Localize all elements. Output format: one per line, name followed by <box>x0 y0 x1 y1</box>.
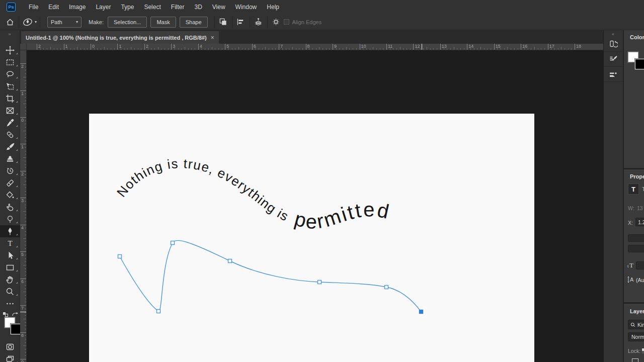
pen-tool-preset-icon[interactable] <box>22 17 33 28</box>
ruler-corner[interactable] <box>20 44 27 50</box>
menu-item-layer[interactable]: Layer <box>91 0 116 14</box>
menu-item-type[interactable]: Type <box>116 0 139 14</box>
chevron-down-icon[interactable]: ▾ <box>35 20 37 24</box>
ruler-tick <box>25 141 26 141</box>
path-anchor-selected[interactable] <box>420 310 423 314</box>
ruler-tick <box>323 48 323 50</box>
make-shape-button[interactable]: Shape <box>180 17 208 28</box>
menu-item-file[interactable]: File <box>24 0 43 14</box>
ruler-number: 4 <box>21 226 24 230</box>
leading-value[interactable]: (Auto) <box>636 277 644 283</box>
ruler-tick <box>470 48 471 50</box>
menu-item-3d[interactable]: 3D <box>189 0 207 14</box>
dodge-tool[interactable] <box>0 213 20 225</box>
ruler-tick <box>575 44 575 50</box>
ruler-tick <box>460 48 461 50</box>
path-alignment-icon[interactable] <box>235 17 247 28</box>
screen-mode-button[interactable] <box>0 353 20 362</box>
panel-divider <box>624 302 644 304</box>
menu-item-window[interactable]: Window <box>230 0 262 14</box>
menu-item-filter[interactable]: Filter <box>166 0 190 14</box>
brushes-panel-icon[interactable] <box>604 67 623 82</box>
marquee-tool[interactable] <box>0 56 20 68</box>
ruler-number: 2 <box>21 64 24 69</box>
color-panel-title[interactable]: Color <box>624 30 644 40</box>
canvas-viewport[interactable]: Nothing is true, everything is permitted <box>27 50 603 362</box>
smudge-tool[interactable] <box>0 201 20 213</box>
layers-panel-title[interactable]: Layers <box>624 304 644 314</box>
close-icon[interactable]: × <box>211 34 214 41</box>
path-operations-icon[interactable] <box>218 17 229 28</box>
menu-item-select[interactable]: Select <box>139 0 166 14</box>
ruler-tick <box>25 248 26 249</box>
move-tool[interactable] <box>0 44 20 56</box>
menu-item-edit[interactable]: Edit <box>43 0 64 14</box>
align-edges-checkbox[interactable]: Align Edges <box>284 19 322 25</box>
ruler-tick <box>25 221 26 222</box>
eraser-tool[interactable] <box>0 177 20 189</box>
ruler-tick <box>329 48 330 50</box>
lock-transparency-icon[interactable] <box>642 347 644 352</box>
properties-panel-title[interactable]: Properties <box>624 169 644 179</box>
quick-mask-button[interactable] <box>0 341 20 353</box>
make-mask-button[interactable]: Mask <box>150 17 176 28</box>
layer-row-partial[interactable] <box>632 358 638 362</box>
path-anchor[interactable] <box>118 255 122 258</box>
ruler-tick <box>25 325 26 326</box>
brush-settings-panel-icon[interactable] <box>604 52 623 67</box>
make-selection-button[interactable]: Selection... <box>108 17 147 28</box>
gradient-tool[interactable] <box>0 189 20 201</box>
font-family-select[interactable] <box>628 234 644 242</box>
more-tools-button[interactable] <box>0 298 20 310</box>
canvas[interactable]: Nothing is true, everything is permitted <box>89 114 534 362</box>
panel-background-swatch[interactable] <box>635 59 644 69</box>
blend-mode-select[interactable]: Normal <box>628 332 644 341</box>
ruler-tick <box>507 47 508 50</box>
history-panel-icon[interactable] <box>604 37 623 52</box>
background-color-swatch[interactable] <box>11 324 21 334</box>
layers-filter-field[interactable]: Kind <box>628 320 644 329</box>
menu-item-view[interactable]: View <box>207 0 230 14</box>
pen-path[interactable] <box>120 240 421 312</box>
photoshop-logo[interactable]: Ps <box>7 3 16 12</box>
path-anchor[interactable] <box>385 286 388 289</box>
x-value-field[interactable]: 1.2 <box>635 218 644 226</box>
dock-collapse-icon[interactable]: « <box>604 30 623 37</box>
document-tab[interactable]: Untitled-1 @ 100% (Nothing is true, ever… <box>21 31 219 44</box>
crop-tool[interactable] <box>0 93 20 105</box>
vertical-ruler[interactable]: 210123456789 <box>20 50 27 362</box>
path-anchor[interactable] <box>318 281 321 284</box>
ruler-tick <box>25 258 26 259</box>
path-anchor[interactable] <box>171 241 175 245</box>
horizontal-ruler[interactable]: 210123456789101112131415161718 <box>27 44 603 50</box>
type-tool[interactable]: T <box>0 237 20 249</box>
font-size-field[interactable] <box>636 261 644 269</box>
font-style-select[interactable] <box>628 245 644 252</box>
path-anchor[interactable] <box>228 259 232 263</box>
home-icon[interactable] <box>5 17 16 28</box>
object-selection-tool[interactable] <box>0 80 20 93</box>
ruler-tick <box>440 44 441 50</box>
path-anchor[interactable] <box>157 310 160 313</box>
ruler-tick <box>25 121 26 121</box>
gear-icon[interactable] <box>271 17 282 28</box>
pen-tool[interactable] <box>0 225 20 237</box>
history-brush-tool[interactable] <box>0 165 20 177</box>
checkbox-box[interactable] <box>284 19 289 25</box>
eyedropper-tool[interactable] <box>0 117 20 129</box>
brush-tool[interactable] <box>0 141 20 153</box>
path-selection-tool[interactable] <box>0 249 20 261</box>
healing-brush-tool[interactable] <box>0 129 20 141</box>
tool-mode-select[interactable]: Path ▾ <box>47 17 82 28</box>
toolbar-collapse-icon[interactable]: » <box>0 30 20 37</box>
path-arrangement-icon[interactable] <box>253 17 264 28</box>
rectangle-tool[interactable] <box>0 261 20 274</box>
lasso-tool[interactable] <box>0 68 20 80</box>
zoom-tool[interactable] <box>0 286 20 298</box>
frame-tool[interactable] <box>0 105 20 117</box>
clone-stamp-tool[interactable] <box>0 153 20 165</box>
menu-item-image[interactable]: Image <box>64 0 91 14</box>
menu-item-help[interactable]: Help <box>262 0 284 14</box>
hand-tool[interactable] <box>0 274 20 286</box>
ruler-tick <box>396 48 397 50</box>
